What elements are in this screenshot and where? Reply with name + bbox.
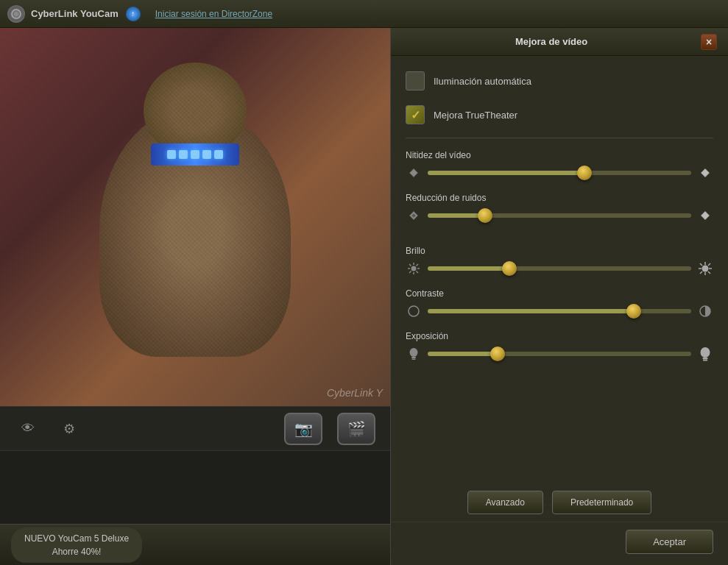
svg-line-15 (409, 271, 411, 274)
status-bar: NUEVO YouCam 5 Deluxe Ahorre 40%! (0, 524, 390, 565)
svg-rect-32 (703, 360, 707, 361)
svg-line-14 (417, 264, 419, 266)
exposure-slider[interactable] (428, 352, 691, 356)
noise-slider[interactable] (428, 213, 691, 218)
camera-feed: CyberLink Y (0, 28, 390, 406)
auto-lighting-row: Iluminación automática (406, 67, 713, 95)
svg-line-12 (409, 264, 411, 266)
truetheater-label: Mejora TrueTheater (434, 110, 517, 121)
truetheater-row: ✓ Mejora TrueTheater (406, 101, 713, 129)
camera-panel: CyberLink Y 👁 ⚙ 📷 🎬 (0, 28, 390, 565)
camera-view: CyberLink Y (0, 28, 390, 406)
record-video-button[interactable]: 🎬 (337, 413, 375, 445)
exposure-max-icon (697, 346, 713, 362)
dialog-title: Mejora de vídeo (402, 36, 701, 47)
svg-line-21 (700, 263, 702, 266)
noise-label: Reducción de ruidos (406, 193, 713, 203)
contrast-row (406, 303, 713, 319)
main-content: CyberLink Y 👁 ⚙ 📷 🎬 (0, 28, 728, 565)
close-dialog-button[interactable]: × (701, 34, 717, 50)
svg-line-23 (708, 263, 710, 266)
svg-point-1 (14, 12, 18, 16)
contrast-label: Contraste (406, 288, 713, 299)
exposure-min-icon (406, 346, 422, 362)
default-button[interactable]: Predeterminado (552, 491, 651, 514)
sharpness-row (406, 165, 713, 181)
app-window: CyberLink YouCam ↑ Iniciar sesión en Dir… (0, 0, 728, 565)
svg-rect-2 (409, 168, 417, 177)
app-title: CyberLink YouCam (31, 8, 119, 19)
svg-point-16 (702, 266, 709, 272)
noise-min-icon (406, 207, 422, 224)
noise-row (406, 207, 713, 224)
contrast-slider[interactable] (428, 309, 691, 313)
sharpness-slider[interactable] (428, 171, 691, 175)
settings-button[interactable]: ⚙ (56, 416, 82, 442)
update-icon[interactable]: ↑ (126, 7, 141, 21)
eye-button[interactable]: 👁 (15, 416, 41, 442)
exposure-label: Exposición (406, 331, 713, 341)
video-icon: 🎬 (347, 420, 366, 438)
section-gap-1 (406, 232, 713, 237)
subject-belt (151, 143, 239, 166)
accept-button[interactable]: Aceptar (626, 530, 713, 554)
svg-rect-29 (412, 359, 416, 360)
contrast-max-icon (697, 303, 713, 319)
camera-controls: 👁 ⚙ 📷 🎬 (0, 406, 390, 450)
brightness-slider[interactable] (428, 266, 691, 271)
svg-rect-6 (701, 211, 709, 219)
auto-lighting-checkbox[interactable] (406, 71, 425, 90)
app-logo (7, 5, 25, 23)
truetheater-checkbox[interactable]: ✓ (406, 105, 425, 124)
svg-rect-3 (701, 168, 709, 177)
checkmark-icon: ✓ (411, 108, 420, 122)
dialog-body: Iluminación automática ✓ Mejora TrueThea… (391, 56, 728, 480)
svg-line-22 (708, 271, 710, 274)
svg-point-27 (410, 348, 418, 357)
gear-icon: ⚙ (63, 421, 75, 437)
svg-point-30 (701, 347, 710, 358)
noise-max-icon (697, 207, 713, 224)
brightness-label: Brillo (406, 246, 713, 256)
brightness-max-icon (697, 260, 713, 277)
sharpness-max-icon (697, 165, 713, 181)
director-zone-link[interactable]: Iniciar sesión en DirectorZone (155, 9, 272, 19)
auto-lighting-label: Iluminación automática (434, 76, 531, 87)
svg-point-25 (409, 306, 419, 316)
brightness-min-icon (406, 260, 422, 277)
dialog-action-buttons: Avanzado Predeterminado (391, 480, 728, 522)
divider-1 (406, 138, 713, 138)
sharpness-label: Nitidez del vídeo (406, 150, 713, 160)
camera-icon: 📷 (294, 420, 313, 438)
capture-photo-button[interactable]: 📷 (284, 413, 322, 445)
dialog-titlebar: Mejora de vídeo × (391, 28, 728, 56)
dialog-footer: Aceptar (391, 522, 728, 565)
eye-icon: 👁 (21, 421, 35, 436)
brightness-section: Brillo (406, 243, 713, 280)
noise-section: Reducción de ruidos (406, 190, 713, 227)
title-bar: CyberLink YouCam ↑ Iniciar sesión en Dir… (0, 0, 728, 28)
status-line1: NUEVO YouCam 5 Deluxe (24, 532, 129, 545)
sharpness-section: Nitidez del vídeo (406, 147, 713, 184)
effects-panel (0, 450, 390, 524)
video-enhancement-dialog: Mejora de vídeo × Iluminación automática… (390, 28, 728, 565)
exposure-section: Exposición (406, 328, 713, 365)
contrast-min-icon (406, 303, 422, 319)
svg-line-13 (417, 271, 419, 274)
contrast-section: Contraste (406, 285, 713, 322)
svg-line-24 (700, 271, 702, 274)
brightness-row (406, 260, 713, 277)
advanced-button[interactable]: Avanzado (467, 491, 543, 514)
svg-rect-31 (703, 358, 708, 360)
sharpness-min-icon (406, 165, 422, 181)
svg-rect-28 (411, 357, 416, 358)
status-line2: Ahorre 40%! (24, 545, 129, 558)
exposure-row (406, 346, 713, 362)
camera-subject (99, 107, 291, 357)
svg-point-7 (411, 266, 417, 271)
camera-watermark: CyberLink Y (327, 387, 383, 399)
